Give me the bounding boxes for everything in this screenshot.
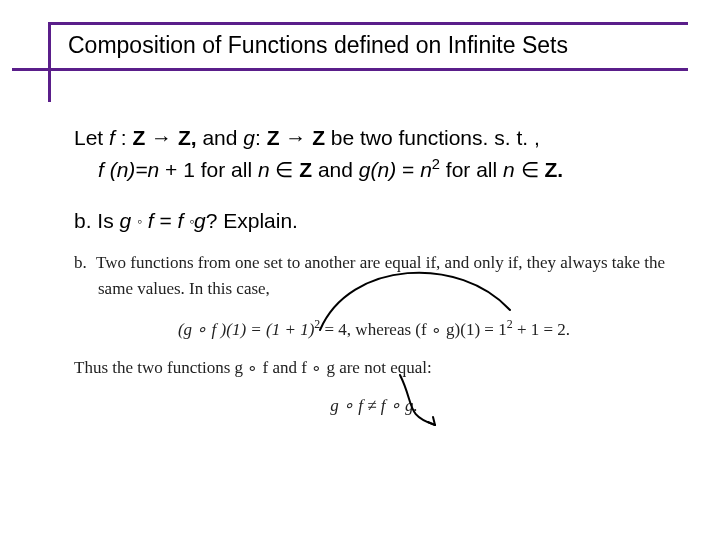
text: for all xyxy=(440,158,503,181)
text: = xyxy=(154,209,178,232)
var-g: g xyxy=(194,209,206,232)
text: ? Explain. xyxy=(206,209,298,232)
slide: Composition of Functions defined on Infi… xyxy=(0,0,720,540)
title-rule-bottom xyxy=(12,68,688,71)
var-f: f xyxy=(98,158,110,181)
set-Z: Z xyxy=(132,126,145,149)
element-of: ∈ xyxy=(270,158,300,181)
text: and xyxy=(202,126,243,149)
slide-body: Let f : Z → Z, and g: Z → Z be two funct… xyxy=(74,124,674,235)
arrow: → xyxy=(279,126,312,149)
textbook-excerpt: b.Two functions from one set to another … xyxy=(74,250,674,420)
text: and xyxy=(312,158,359,181)
text: . xyxy=(557,158,563,181)
formula-mid: = 4, whereas (f ∘ g)(1) = 1 xyxy=(320,320,506,339)
var-n: n xyxy=(258,158,270,181)
formula-rhs: + 1 = 2. xyxy=(513,320,570,339)
set-Z: Z xyxy=(312,126,325,149)
var-g: g xyxy=(243,126,255,149)
excerpt-line-3: Thus the two functions g ∘ f and f ∘ g a… xyxy=(74,355,674,381)
text: Let xyxy=(74,126,109,149)
item-label-b: b. xyxy=(74,250,96,276)
text: (n)=n xyxy=(110,158,160,181)
var-f: f xyxy=(142,209,154,232)
set-Z: Z xyxy=(299,158,312,181)
title-rule-vertical xyxy=(48,22,51,102)
excerpt-formula: (g ∘ f )(1) = (1 + 1)2 = 4, whereas (f ∘… xyxy=(74,317,674,343)
arrow: → xyxy=(145,126,178,149)
text: + 1 for all xyxy=(159,158,258,181)
text: b. Is xyxy=(74,209,120,232)
var-gn: g(n) xyxy=(359,158,396,181)
body-line-3: b. Is g ◦ f = f ◦g? Explain. xyxy=(74,207,674,235)
set-Z: Z xyxy=(267,126,280,149)
text: : xyxy=(255,126,267,149)
exponent: 2 xyxy=(432,156,440,172)
slide-title: Composition of Functions defined on Infi… xyxy=(68,32,568,59)
var-n: n xyxy=(503,158,515,181)
var-g: g xyxy=(120,209,138,232)
title-rule-top xyxy=(48,22,688,25)
formula-lhs: (g ∘ f )(1) = (1 + 1) xyxy=(178,320,314,339)
body-line-2: f (n)=n + 1 for all n ∈ Z and g(n) = n2 … xyxy=(98,156,674,184)
var-f: f xyxy=(178,209,190,232)
set-Z: Z xyxy=(178,126,191,149)
body-line-1: Let f : Z → Z, and g: Z → Z be two funct… xyxy=(74,124,674,152)
text: : xyxy=(115,126,133,149)
text: Two functions from one set to another ar… xyxy=(96,253,665,272)
element-of: ∈ xyxy=(515,158,545,181)
var-n: n xyxy=(420,158,432,181)
text: be two functions. s. t. , xyxy=(325,126,540,149)
excerpt-line-1: b.Two functions from one set to another … xyxy=(74,250,674,276)
excerpt-line-2: same values. In this case, xyxy=(98,276,674,302)
excerpt-final-formula: g ∘ f ≠ f ∘ g. xyxy=(74,393,674,419)
text: = xyxy=(396,158,420,181)
text: , xyxy=(191,126,203,149)
set-Z: Z xyxy=(544,158,557,181)
